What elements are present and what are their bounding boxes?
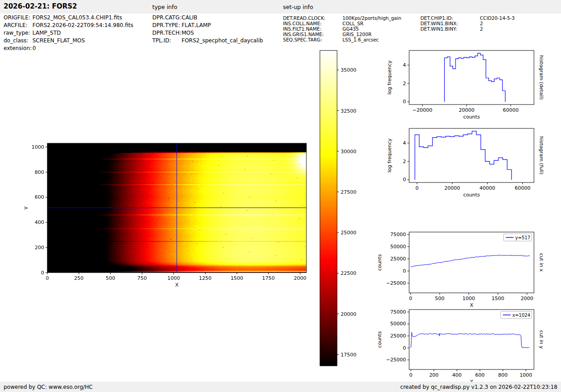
svg-text:400: 400 bbox=[35, 219, 44, 225]
field-label: INS.COLL.NAME: bbox=[283, 21, 342, 26]
field-label: do_class: bbox=[4, 37, 32, 45]
field-value: FORS2_MOS_CAL053.4.CHIP1.fits bbox=[32, 14, 122, 21]
field-value: CALIB bbox=[182, 14, 197, 21]
svg-text:2: 2 bbox=[403, 81, 406, 87]
svg-text:histogram (full): histogram (full) bbox=[538, 137, 544, 175]
field-label: DPR.TECH: bbox=[152, 29, 182, 37]
svg-text:27500: 27500 bbox=[341, 189, 356, 195]
histogram-detail-plot: −200002000060000024countslog frequencyhi… bbox=[378, 43, 561, 124]
svg-text:200: 200 bbox=[35, 245, 44, 251]
field-arcfile: ARCFILE:FORS2.2026-02-22T09:54:14.980.fi… bbox=[4, 22, 133, 29]
svg-text:cut in x: cut in x bbox=[538, 253, 544, 272]
svg-text:Y: Y bbox=[23, 206, 29, 210]
raw-image-plot: 0250500750100012501500175020000200400600… bbox=[18, 133, 315, 297]
field-raw-type: raw_type:LAMP_STD bbox=[4, 29, 133, 37]
svg-text:800: 800 bbox=[35, 169, 44, 175]
svg-text:x=1024: x=1024 bbox=[512, 313, 530, 318]
svg-text:0: 0 bbox=[41, 270, 44, 276]
svg-text:counts: counts bbox=[463, 114, 480, 120]
svg-text:50000: 50000 bbox=[390, 321, 406, 327]
field-label: raw_type: bbox=[4, 29, 32, 37]
svg-text:32500: 32500 bbox=[341, 108, 356, 114]
field-value: GG435 bbox=[342, 26, 359, 32]
field-dpr-catg: DPR.CATG:CALIB bbox=[152, 14, 263, 22]
svg-text:0: 0 bbox=[46, 275, 49, 281]
svg-text:60000: 60000 bbox=[515, 185, 530, 191]
svg-text:40000: 40000 bbox=[479, 185, 495, 191]
field-value: 2 bbox=[480, 26, 483, 32]
field-ins-coll-name: INS.COLL.NAME:COLL_SR bbox=[283, 21, 401, 26]
field-value: 0 bbox=[32, 45, 36, 51]
svg-text:25000: 25000 bbox=[390, 256, 406, 262]
field-det-win1-binx: DET.WIN1.BINX:2 bbox=[420, 21, 515, 26]
svg-text:0: 0 bbox=[403, 345, 406, 351]
page-title: 2026-02-21: FORS2 bbox=[4, 2, 77, 10]
svg-text:1500: 1500 bbox=[492, 296, 504, 301]
svg-text:600: 600 bbox=[35, 194, 44, 200]
colorbar-axis: 3500032500300002750025000225002000017500 bbox=[315, 45, 369, 374]
svg-text:counts: counts bbox=[463, 192, 480, 198]
cut-in-y-plot: 02004006008001000−250000250005000075000Y… bbox=[378, 302, 561, 385]
field-label: DET.WIN1.BINY: bbox=[420, 26, 480, 32]
svg-text:60000: 60000 bbox=[503, 107, 519, 113]
footer-bar: powered by QC: www.eso.org/HC created by… bbox=[0, 382, 561, 392]
field-det-read-clock: DET.READ.CLOCK:100Kps/2ports/high_gain bbox=[283, 15, 401, 21]
svg-text:1750: 1750 bbox=[262, 275, 275, 281]
histogram-full-plot: 0200004000060000024countslog frequencyhi… bbox=[378, 121, 561, 202]
field-value: MOS bbox=[182, 30, 194, 36]
svg-text:25000: 25000 bbox=[390, 333, 406, 339]
file-info-block: ORIGFILE:FORS2_MOS_CAL053.4.CHIP1.fits A… bbox=[4, 14, 133, 52]
svg-text:17500: 17500 bbox=[341, 352, 356, 358]
svg-text:y=517: y=517 bbox=[515, 235, 530, 240]
svg-text:50000: 50000 bbox=[390, 244, 406, 250]
svg-text:1500: 1500 bbox=[231, 275, 243, 281]
svg-text:histogram (detail): histogram (detail) bbox=[538, 55, 544, 100]
svg-text:1000: 1000 bbox=[520, 372, 532, 378]
field-label: extension: bbox=[4, 45, 32, 52]
svg-text:20000: 20000 bbox=[459, 107, 474, 113]
svg-text:counts: counts bbox=[378, 254, 383, 271]
svg-text:35000: 35000 bbox=[341, 67, 356, 73]
field-det-chip1-id: DET.CHIP1.ID:CCID20-14-5-3 bbox=[420, 15, 515, 21]
svg-text:0: 0 bbox=[409, 296, 412, 301]
svg-text:1000: 1000 bbox=[462, 296, 475, 301]
field-value: COLL_SR bbox=[342, 21, 364, 26]
type-info-block: DPR.CATG:CALIB DPR.TYPE:FLAT,LAMP DPR.TE… bbox=[152, 14, 263, 45]
svg-text:log frequency: log frequency bbox=[387, 138, 392, 173]
field-origfile: ORIGFILE:FORS2_MOS_CAL053.4.CHIP1.fits bbox=[4, 14, 133, 22]
svg-text:75000: 75000 bbox=[390, 232, 406, 237]
field-dpr-type: DPR.TYPE:FLAT,LAMP bbox=[152, 22, 263, 29]
svg-text:750: 750 bbox=[137, 275, 147, 281]
svg-text:500: 500 bbox=[106, 275, 115, 281]
footer-created-by: created by qc_rawdisp.py v1.2.3 on 2026-… bbox=[400, 384, 557, 390]
field-ins-gris1-name: INS.GRIS1.NAME:GRIS_1200R bbox=[283, 32, 401, 37]
svg-text:0: 0 bbox=[403, 99, 406, 105]
svg-text:75000: 75000 bbox=[390, 309, 406, 315]
svg-text:4: 4 bbox=[403, 62, 406, 68]
setup-info-heading: set-up info bbox=[283, 4, 313, 10]
svg-text:2000: 2000 bbox=[521, 296, 534, 301]
setup-info-block-1: DET.READ.CLOCK:100Kps/2ports/high_gain I… bbox=[283, 15, 401, 42]
svg-text:X: X bbox=[175, 282, 179, 288]
field-value: GRIS_1200R bbox=[342, 32, 371, 37]
svg-text:0: 0 bbox=[403, 177, 406, 182]
field-det-win1-biny: DET.WIN1.BINY:2 bbox=[420, 26, 515, 32]
svg-text:250: 250 bbox=[74, 275, 84, 281]
svg-text:200: 200 bbox=[429, 372, 438, 378]
svg-text:20000: 20000 bbox=[444, 185, 460, 191]
svg-text:1000: 1000 bbox=[32, 144, 44, 150]
field-ins-filt1-name: INS.FILT1.NAME:GG435 bbox=[283, 26, 401, 32]
svg-text:500: 500 bbox=[435, 296, 444, 301]
svg-text:cut in y: cut in y bbox=[538, 330, 544, 349]
svg-text:−20000: −20000 bbox=[412, 107, 432, 113]
field-dpr-tech: DPR.TECH:MOS bbox=[152, 29, 263, 37]
svg-text:2: 2 bbox=[403, 159, 406, 164]
field-label: SEQ.SPEC.TARG: bbox=[283, 37, 342, 42]
field-value: 2 bbox=[480, 21, 483, 26]
svg-text:counts: counts bbox=[378, 331, 383, 348]
field-value: FLAT,LAMP bbox=[182, 22, 211, 28]
field-value: LAMP_STD bbox=[32, 30, 61, 36]
svg-text:20000: 20000 bbox=[341, 311, 356, 317]
field-value: SCREEN_FLAT_MOS bbox=[32, 37, 85, 44]
field-extension: extension:0 bbox=[4, 45, 133, 52]
